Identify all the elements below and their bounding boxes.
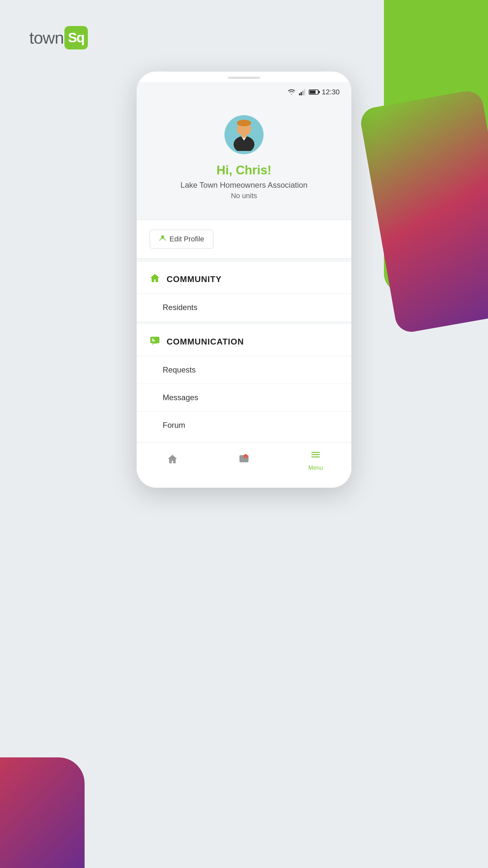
messages-menu-item[interactable]: Messages (136, 384, 352, 411)
community-icon (150, 273, 160, 286)
status-time: 12:30 (322, 88, 340, 96)
residents-menu-item[interactable]: Residents (136, 294, 352, 321)
bg-red-decoration (0, 757, 85, 868)
svg-rect-12 (152, 340, 155, 341)
edit-profile-section: Edit Profile (136, 220, 352, 259)
notifications-nav-icon: ! (239, 454, 249, 467)
greeting-text: Hi, Chris! (217, 163, 272, 177)
profile-section: Hi, Chris! Lake Town Homeowners Associat… (136, 99, 352, 220)
edit-profile-icon (159, 235, 166, 244)
communication-icon (150, 335, 160, 348)
svg-rect-3 (304, 89, 305, 95)
community-section-header: COMMUNITY (136, 262, 352, 294)
nav-home[interactable] (156, 454, 189, 467)
community-section: COMMUNITY Residents (136, 262, 352, 321)
bottom-navigation: ! Menu (136, 442, 352, 475)
phone-mockup: 12:30 Hi, Chris! Lake Town Homeowners As… (136, 71, 352, 488)
avatar-image (228, 118, 260, 151)
phone-speaker (228, 77, 260, 79)
communication-section: COMMUNICATION Requests Messages Forum (136, 324, 352, 439)
menu-nav-label: Menu (308, 465, 323, 471)
wifi-icon (287, 89, 296, 95)
svg-rect-11 (152, 339, 154, 340)
bg-gradient-decoration (359, 89, 488, 334)
svg-point-9 (161, 236, 164, 239)
battery-icon (309, 90, 318, 95)
home-nav-icon (167, 454, 178, 467)
communication-title: COMMUNICATION (166, 337, 244, 347)
menu-nav-icon (310, 449, 321, 463)
requests-menu-item[interactable]: Requests (136, 356, 352, 384)
residents-label: Residents (163, 303, 197, 312)
svg-rect-10 (150, 337, 159, 343)
svg-rect-8 (242, 135, 246, 138)
nav-menu[interactable]: Menu (299, 449, 332, 471)
status-bar: 12:30 (136, 82, 352, 99)
edit-profile-label: Edit Profile (170, 235, 204, 243)
logo-sq-text: Sq (68, 30, 84, 45)
nav-notifications[interactable]: ! (228, 454, 260, 467)
app-logo: town Sq (29, 26, 88, 50)
signal-icon (299, 89, 305, 95)
status-icons: 12:30 (287, 88, 340, 96)
section-spacing-2 (136, 321, 352, 324)
units-text: No units (231, 192, 257, 200)
communication-section-header: COMMUNICATION (136, 324, 352, 356)
community-title: COMMUNITY (166, 274, 221, 284)
avatar (224, 115, 264, 154)
svg-rect-18 (311, 457, 320, 458)
logo-sq-box: Sq (64, 26, 88, 50)
svg-rect-0 (299, 93, 300, 95)
svg-rect-2 (302, 91, 304, 95)
edit-profile-button[interactable]: Edit Profile (150, 230, 213, 249)
svg-rect-17 (311, 454, 320, 455)
svg-rect-16 (311, 452, 320, 453)
logo-text-town: town (29, 28, 64, 48)
svg-rect-1 (301, 92, 302, 95)
forum-label: Forum (163, 421, 185, 429)
forum-menu-item[interactable]: Forum (136, 411, 352, 439)
section-spacing-1 (136, 259, 352, 262)
association-name: Lake Town Homeowners Association (181, 181, 307, 190)
requests-label: Requests (163, 365, 195, 374)
messages-label: Messages (163, 393, 198, 402)
svg-text:!: ! (245, 455, 246, 458)
svg-point-5 (237, 120, 251, 126)
